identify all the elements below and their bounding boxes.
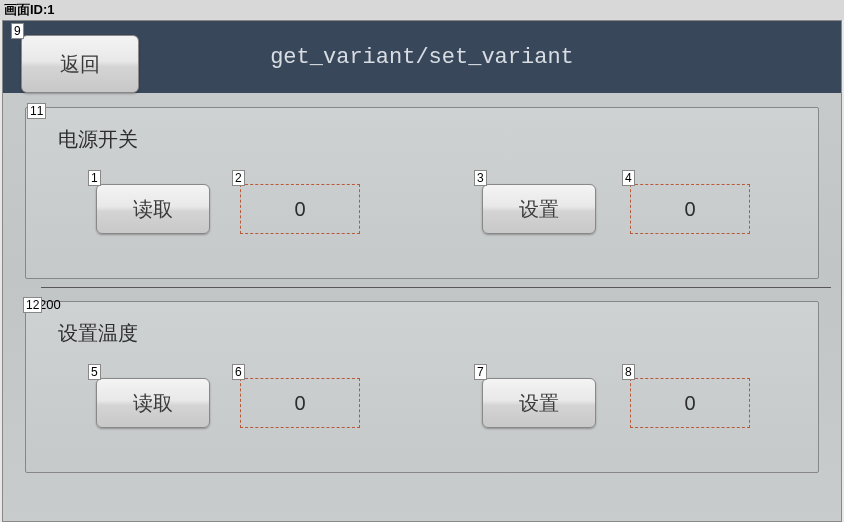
power-read-button[interactable]: 读取: [96, 184, 210, 234]
tag-p2-read-btn: 5: [88, 364, 101, 380]
power-read-value[interactable]: 0: [240, 184, 360, 234]
panel-temperature: 设置温度 5 读取 6 0 7 设置 8 0: [25, 301, 819, 473]
tag-p2-set-val: 8: [622, 364, 635, 380]
panel-temperature-label: 设置温度: [58, 320, 138, 347]
temperature-set-button[interactable]: 设置: [482, 378, 596, 428]
screen: 9 返回 get_variant/set_variant 11 电源开关 1 读…: [2, 20, 842, 522]
power-set-value[interactable]: 0: [630, 184, 750, 234]
temperature-set-value[interactable]: 0: [630, 378, 750, 428]
tag-p2-read-val: 6: [232, 364, 245, 380]
panel-power: 电源开关 1 读取 2 0 3 设置 4 0: [25, 107, 819, 279]
tag-p1-set-btn: 3: [474, 170, 487, 186]
tag-panel1: 11: [27, 103, 46, 119]
tag-p1-read-val: 2: [232, 170, 245, 186]
tag-panel2: 12: [23, 297, 42, 313]
power-set-button[interactable]: 设置: [482, 184, 596, 234]
tag-p2-set-btn: 7: [474, 364, 487, 380]
tag-back: 9: [11, 23, 24, 39]
header-bar: 9 返回 get_variant/set_variant: [3, 21, 841, 93]
tag-p1-set-val: 4: [622, 170, 635, 186]
panel-power-label: 电源开关: [58, 126, 138, 153]
tag-p1-read-btn: 1: [88, 170, 101, 186]
top-id-bar: 画面ID:1: [0, 0, 844, 20]
temperature-read-button[interactable]: 读取: [96, 378, 210, 428]
back-button[interactable]: 返回: [21, 35, 139, 93]
temperature-read-value[interactable]: 0: [240, 378, 360, 428]
divider: [41, 287, 831, 288]
